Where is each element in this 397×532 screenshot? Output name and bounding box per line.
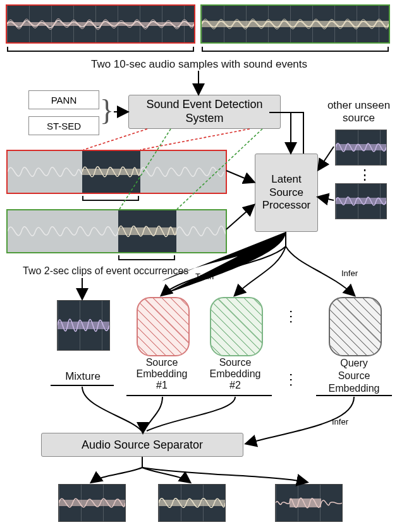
svg-rect-9 [59,500,125,506]
mixture-label: Mixture [57,370,109,383]
unseen-source-clip-2 [335,183,387,219]
audio-sample-2 [200,4,390,44]
audio-source-separator-box: Audio Source Separator [41,433,243,457]
svg-rect-2 [7,22,194,26]
query-underline [316,395,392,396]
mixture-underline [51,385,114,386]
output-clip-2 [158,484,226,522]
svg-rect-10 [159,500,225,506]
embeddings-ellipsis: ··· [283,310,300,325]
event-clip-panel-red [6,150,227,194]
query-embedding-label: Query Source Embedding [316,357,392,395]
latent-source-processor-box: Latent Source Processor [255,154,318,232]
svg-line-19 [226,205,253,229]
svg-line-18 [226,171,253,182]
svg-line-15 [140,129,250,150]
sed-option-stsed: ST-SED [28,116,99,135]
sed-system-box: Sound Event Detection System [128,95,281,129]
unseen-source-clip-1 [335,130,387,166]
svg-rect-8 [58,322,109,329]
sample-2-bracket [202,51,389,52]
src1-underline [126,395,199,396]
svg-rect-7 [118,227,176,235]
unseen-vertical-ellipsis: ⋮ [358,167,373,183]
event-clip-panel-green [6,209,227,253]
query-embedding-blob [329,297,382,356]
sample-1-bracket [7,51,194,52]
output-clip-query [275,484,343,522]
clip-green-bracket [118,259,175,260]
svg-rect-11 [290,499,321,507]
brace-icon: } [100,94,114,127]
architecture-diagram: Two 10-sec audio samples with sound even… [0,0,397,532]
embeddings-ellipsis-2: ··· [283,373,300,388]
svg-text:Train: Train [195,272,214,281]
audio-sample-1 [6,4,195,44]
unseen-source-label: other unseen source [319,99,397,124]
svg-text:Infer: Infer [341,269,358,278]
mixture-clip [57,300,110,351]
source-embedding-1-label: Source Embedding #1 [124,357,200,391]
svg-line-21 [319,197,334,200]
top-caption: Two 10-sec audio samples with sound even… [79,58,319,71]
svg-rect-5 [336,198,386,204]
sed-option-pann: PANN [28,90,99,109]
svg-line-20 [319,147,334,169]
clip-caption: Two 2-sec clips of event occurrences [23,265,188,277]
svg-rect-4 [336,144,386,150]
output-clip-1 [58,484,126,522]
clip-red-bracket [82,200,139,201]
src2-underline [199,395,272,396]
svg-rect-6 [82,169,140,175]
svg-text:Infer: Infer [332,417,349,426]
source-embedding-1-blob [137,297,190,356]
source-embedding-2-blob [210,297,263,356]
svg-rect-3 [202,21,389,27]
source-embedding-2-label: Source Embedding #2 [197,357,273,391]
